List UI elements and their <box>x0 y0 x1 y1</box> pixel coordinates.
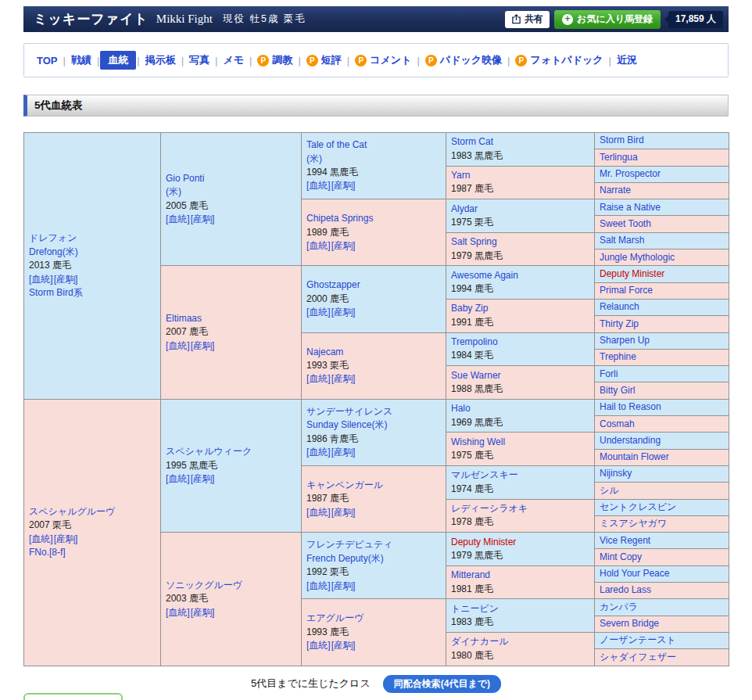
horse-link[interactable]: フレンチデピュティ <box>306 539 393 550</box>
horse-link[interactable]: Terlingua <box>600 152 638 163</box>
horse-link[interactable]: Eltimaas <box>166 313 202 324</box>
horse-link[interactable]: Narrate <box>600 185 631 196</box>
horse-link[interactable]: Forli <box>600 368 618 379</box>
horse-link[interactable]: ドレフォン <box>29 232 77 243</box>
offspring-link[interactable]: [産駒] <box>331 180 356 191</box>
horse-link[interactable]: キャンペンガール <box>306 479 383 490</box>
horse-link[interactable]: ダイナカール <box>451 636 508 647</box>
horse-link[interactable]: Vice Regent <box>600 535 650 546</box>
horse-link[interactable]: ノーザンテースト <box>600 634 676 645</box>
horse-link[interactable]: Najecam <box>306 346 343 357</box>
horse-link[interactable]: スペシャルウィーク <box>166 446 252 457</box>
horse-link[interactable]: トニービン <box>451 603 499 614</box>
tab-results[interactable]: 戦績 <box>66 52 96 69</box>
bloodline-link[interactable]: [血統] <box>306 640 331 651</box>
bloodline-link[interactable]: [血統] <box>306 580 331 591</box>
bloodline-link[interactable]: [血統] <box>306 240 331 251</box>
offspring-link[interactable]: [産駒] <box>331 307 356 318</box>
horse-link[interactable]: スペシャルグルーヴ <box>29 506 115 517</box>
horse-link[interactable]: セントクレスピン <box>600 501 676 512</box>
horse-link[interactable]: Mint Copy <box>600 551 642 562</box>
horse-link[interactable]: Deputy Minister <box>451 537 516 547</box>
tab-photo-paddock[interactable]: Pフォトパドック <box>510 52 607 69</box>
extra-link[interactable]: FNo.[8-f] <box>29 547 66 558</box>
horse-link-en[interactable]: Drefong(米) <box>29 246 78 257</box>
horse-link-en[interactable]: (米) <box>166 186 181 197</box>
horse-link[interactable]: Primal Force <box>600 285 653 296</box>
horse-link[interactable]: Mountain Flower <box>600 451 669 462</box>
horse-link[interactable]: Mitterand <box>451 569 490 580</box>
horse-link[interactable]: Thirty Zip <box>600 318 639 329</box>
horse-link[interactable]: シャダイフェザー <box>600 652 676 662</box>
horse-link[interactable]: Trephine <box>600 351 636 362</box>
horse-link[interactable]: Nijinsky <box>600 468 632 479</box>
horse-link[interactable]: サンデーサイレンス <box>306 406 392 417</box>
share-button[interactable]: 共有 <box>505 11 550 28</box>
tab-board[interactable]: 掲示板 <box>141 52 181 69</box>
horse-link[interactable]: Laredo Lass <box>600 584 651 595</box>
offspring-link[interactable]: [産駒] <box>191 214 215 224</box>
horse-link-en[interactable]: Sunday Silence(米) <box>306 419 387 430</box>
offspring-link[interactable]: [産駒] <box>331 507 356 518</box>
offspring-link[interactable]: [産駒] <box>331 447 356 458</box>
horse-link[interactable]: Cosmah <box>600 418 635 429</box>
horse-link[interactable]: Awesome Again <box>451 270 518 281</box>
bloodline-link[interactable]: [血統] <box>166 473 190 484</box>
same-breeding-search-button[interactable]: 同配合検索(4代目まで) <box>383 675 501 693</box>
horse-link[interactable]: Trempolino <box>451 336 498 347</box>
horse-link[interactable]: Tale of the Cat <box>306 139 367 150</box>
horse-link[interactable]: Salt Marsh <box>600 235 644 246</box>
bloodline-link[interactable]: [血統] <box>306 373 331 384</box>
horse-link[interactable]: ソニックグルーヴ <box>166 580 242 591</box>
horse-link[interactable]: Deputy Minister <box>600 268 664 279</box>
favorite-register-button[interactable]: + お気に入り馬登録 <box>554 10 661 29</box>
horse-link[interactable]: Sharpen Up <box>600 335 650 346</box>
tab-top[interactable]: TOP <box>32 53 63 68</box>
horse-link[interactable]: Sweet Tooth <box>600 218 651 229</box>
offspring-link[interactable]: [産駒] <box>331 240 356 251</box>
tab-pedigree[interactable]: 血統 <box>100 51 136 70</box>
horse-link[interactable]: Relaunch <box>600 301 639 312</box>
tab-review[interactable]: P短評 <box>302 52 346 69</box>
horse-link[interactable]: Halo <box>451 403 471 414</box>
bloodline-link[interactable]: [血統] <box>306 180 331 191</box>
offspring-link[interactable]: [産駒] <box>191 607 215 618</box>
horse-link[interactable]: Gio Ponti <box>166 173 204 184</box>
tab-comment[interactable]: Pコメント <box>350 52 416 69</box>
offspring-link[interactable]: [産駒] <box>331 580 356 591</box>
horse-link[interactable]: レディーシラオキ <box>451 503 528 514</box>
horse-link[interactable]: シル <box>600 485 619 496</box>
offspring-link[interactable]: [産駒] <box>54 533 78 544</box>
offspring-link[interactable]: [産駒] <box>331 640 356 651</box>
bloodline-link[interactable]: [血統] <box>306 307 331 318</box>
horse-link[interactable]: Sue Warner <box>451 370 501 381</box>
horse-link[interactable]: ミスアシヤガワ <box>600 518 667 529</box>
bloodline-link[interactable]: [血統] <box>166 214 190 224</box>
offspring-link[interactable]: [産駒] <box>191 340 215 351</box>
bloodline-link[interactable]: [血統] <box>166 340 190 351</box>
horse-link[interactable]: Alydar <box>451 203 478 214</box>
horse-link[interactable]: Hail to Reason <box>600 401 661 412</box>
tab-memo[interactable]: メモ <box>218 52 249 69</box>
horse-link[interactable]: Chipeta Springs <box>306 213 373 224</box>
horse-link[interactable]: Hold Your Peace <box>600 568 669 579</box>
horse-link[interactable]: Severn Bridge <box>600 618 659 629</box>
horse-link[interactable]: Wishing Well <box>451 436 505 447</box>
tab-photo[interactable]: 写真 <box>184 52 214 69</box>
bloodline-link[interactable]: [血統] <box>306 507 331 518</box>
horse-link[interactable]: Raise a Native <box>600 202 661 213</box>
tab-training[interactable]: P調教 <box>252 52 297 69</box>
horse-link[interactable]: Ghostzapper <box>306 279 360 290</box>
horse-link[interactable]: Salt Spring <box>451 236 497 247</box>
horse-link[interactable]: Mr. Prospector <box>600 168 661 179</box>
bloodline-link[interactable]: [血統] <box>29 274 53 285</box>
horse-link[interactable]: Bitty Girl <box>600 385 635 396</box>
bloodline-link[interactable]: [血統] <box>166 607 190 618</box>
offspring-link[interactable]: [産駒] <box>191 473 215 484</box>
horse-link-en[interactable]: (米) <box>306 153 322 164</box>
horse-link[interactable]: Baby Zip <box>451 303 488 314</box>
partial-bottom-button[interactable] <box>23 693 123 700</box>
tab-paddock-video[interactable]: Pパドック映像 <box>421 52 507 69</box>
horse-link[interactable]: エアグルーヴ <box>306 612 363 623</box>
horse-link[interactable]: Storm Cat <box>451 136 493 147</box>
